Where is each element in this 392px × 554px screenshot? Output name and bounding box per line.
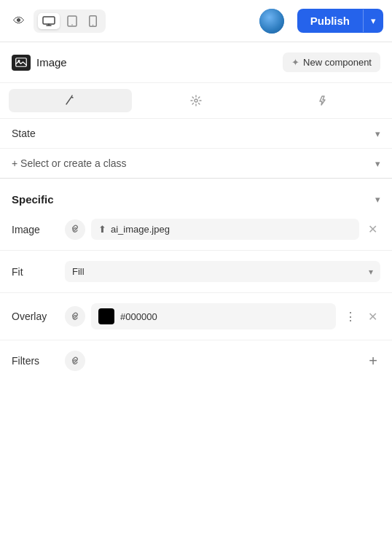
device-buttons	[34, 9, 106, 33]
fit-property-row: Fit Fill ▾	[0, 254, 392, 289]
overlay-link-button[interactable]	[65, 306, 85, 327]
filters-add-button[interactable]: +	[366, 351, 380, 371]
class-chevron-icon: ▾	[375, 158, 380, 169]
tab-style[interactable]	[9, 89, 132, 112]
publish-dropdown-button[interactable]: ▾	[363, 9, 383, 32]
desktop-device-button[interactable]	[38, 13, 60, 29]
tablet-device-button[interactable]	[63, 12, 82, 30]
image-clear-button[interactable]: ✕	[365, 221, 380, 238]
divider-3	[0, 340, 392, 340]
svg-point-4	[93, 24, 94, 26]
overlay-value-box[interactable]: #000000	[91, 303, 336, 329]
specific-section: Specific ▾ Image ⬆ ai_image.jpeg ✕ Fit F…	[0, 179, 392, 378]
overlay-hex-value: #000000	[120, 311, 157, 322]
eye-button[interactable]: 👁	[9, 10, 29, 32]
sparkle-icon: ✦	[291, 57, 299, 68]
tab-settings[interactable]	[135, 89, 258, 112]
overlay-property-row: Overlay #000000 ⋮ ✕	[0, 296, 392, 337]
tab-interactions[interactable]	[260, 89, 383, 112]
overlay-clear-button[interactable]: ✕	[365, 308, 380, 325]
overlay-options-button[interactable]: ⋮	[342, 308, 359, 325]
tabs-row	[0, 83, 392, 119]
image-link-button[interactable]	[65, 219, 85, 240]
header-right: Publish ▾	[259, 9, 383, 34]
header-left: 👁	[9, 9, 106, 33]
image-property-row: Image ⬆ ai_image.jpeg ✕	[0, 211, 392, 247]
panel-title-group: Image	[12, 55, 67, 71]
new-component-button[interactable]: ✦ New component	[283, 52, 380, 72]
svg-rect-0	[43, 17, 55, 24]
overlay-color-swatch[interactable]	[98, 308, 114, 324]
specific-title: Specific	[12, 193, 54, 206]
class-selector[interactable]: + Select or create a class ▾	[0, 149, 392, 179]
filters-link-button[interactable]	[65, 351, 85, 371]
header: 👁	[0, 0, 392, 42]
upload-icon: ⬆	[98, 224, 106, 235]
panel-title: Image	[36, 56, 67, 69]
image-prop-label: Image	[12, 224, 59, 235]
image-value-box[interactable]: ⬆ ai_image.jpeg	[91, 219, 359, 240]
publish-button-group: Publish ▾	[297, 9, 383, 33]
new-component-label: New component	[303, 57, 372, 68]
fit-chevron-icon: ▾	[369, 267, 373, 277]
fit-value: Fill	[72, 266, 85, 277]
filters-property-row: Filters +	[0, 343, 392, 378]
specific-section-header[interactable]: Specific ▾	[0, 182, 392, 211]
overlay-prop-label: Overlay	[12, 311, 59, 322]
svg-point-2	[71, 24, 73, 26]
avatar[interactable]	[259, 9, 284, 34]
state-label: State	[12, 128, 36, 139]
publish-button[interactable]: Publish	[297, 9, 363, 33]
state-dropdown[interactable]: State ▾	[0, 119, 392, 149]
fit-prop-label: Fit	[12, 266, 59, 278]
mobile-device-button[interactable]	[85, 12, 101, 30]
image-filename: ai_image.jpeg	[111, 224, 170, 235]
specific-chevron-icon: ▾	[375, 194, 380, 205]
state-chevron-icon: ▾	[375, 128, 380, 139]
image-icon	[12, 55, 31, 71]
divider-1	[0, 250, 392, 251]
divider-2	[0, 292, 392, 293]
class-label: + Select or create a class	[12, 157, 127, 169]
panel-header: Image ✦ New component	[0, 42, 392, 83]
svg-point-7	[195, 99, 197, 102]
fit-select[interactable]: Fill ▾	[65, 261, 380, 282]
filters-prop-label: Filters	[12, 355, 59, 367]
